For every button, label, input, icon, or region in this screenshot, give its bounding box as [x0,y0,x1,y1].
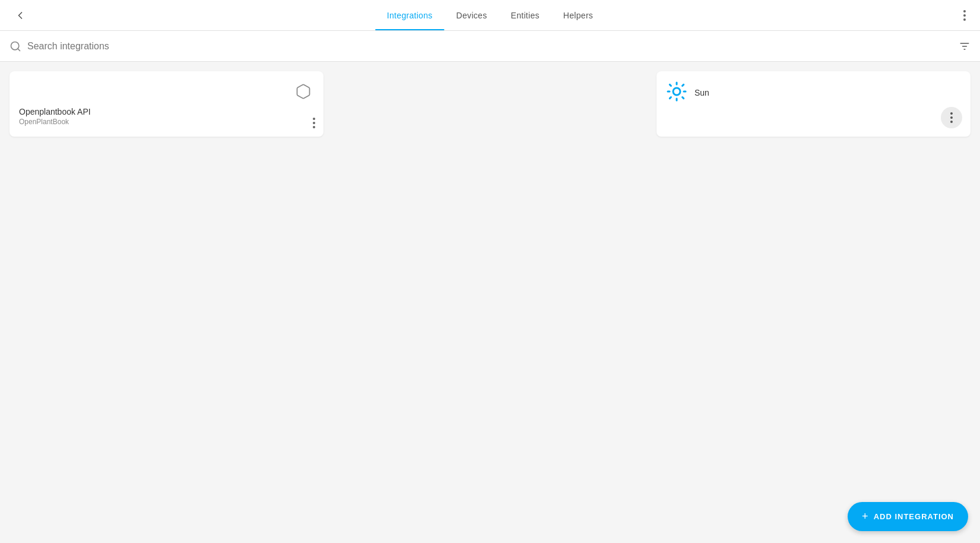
svg-line-12 [670,97,671,99]
sun-card-title: Sun [694,88,709,97]
svg-line-9 [683,97,684,99]
search-bar [0,31,980,62]
sun-card-more-button[interactable] [937,103,966,132]
sun-icon [666,81,687,105]
card-title: Openplantbook API [19,107,314,116]
card-more-button[interactable] [309,114,319,132]
back-button[interactable] [9,5,31,26]
search-input[interactable] [27,41,971,52]
svg-point-5 [673,88,680,95]
add-integration-label: ADD INTEGRATION [874,512,954,521]
integration-card-sun: Sun [656,71,971,137]
card-more-icon [313,118,315,128]
svg-line-8 [670,84,671,86]
svg-line-1 [18,48,20,50]
vertical-dots-icon [963,10,966,21]
sun-card-more-icon [941,107,962,128]
card-header [19,81,314,102]
header-more-button[interactable] [959,5,971,26]
tab-integrations[interactable]: Integrations [375,0,445,30]
integration-card-openplantbook: Openplantbook API OpenPlantBook [9,71,324,137]
search-icon [9,40,21,52]
add-integration-button[interactable]: + ADD INTEGRATION [848,502,968,531]
nav-tabs: Integrations Devices Entities Helpers [375,0,605,30]
svg-line-13 [683,84,684,86]
card-subtitle: OpenPlantBook [19,118,314,126]
header: Integrations Devices Entities Helpers [0,0,980,31]
filter-button[interactable] [959,40,971,52]
main-content: Openplantbook API OpenPlantBook [0,62,980,146]
plus-icon: + [862,510,869,523]
tab-entities[interactable]: Entities [499,0,551,30]
tab-devices[interactable]: Devices [445,0,499,30]
openplantbook-logo-icon [293,81,314,102]
empty-slot-1 [333,71,647,137]
tab-helpers[interactable]: Helpers [551,0,605,30]
sun-card-header: Sun [666,81,961,105]
